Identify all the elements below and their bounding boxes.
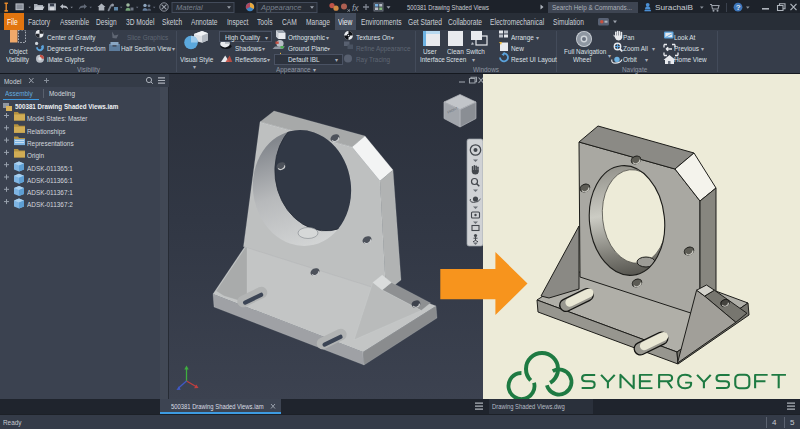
svg-text:500381 Drawing Shaded Views: 500381 Drawing Shaded Views	[407, 3, 489, 12]
svg-text:SurachaiB: SurachaiB	[655, 3, 693, 12]
svg-text:Material: Material	[176, 3, 203, 12]
svg-text:?: ?	[736, 3, 741, 12]
svg-text:fx: fx	[352, 3, 359, 13]
svg-text:Search Help & Commands...: Search Help & Commands...	[552, 3, 632, 12]
svg-text:Appearance: Appearance	[260, 3, 301, 12]
